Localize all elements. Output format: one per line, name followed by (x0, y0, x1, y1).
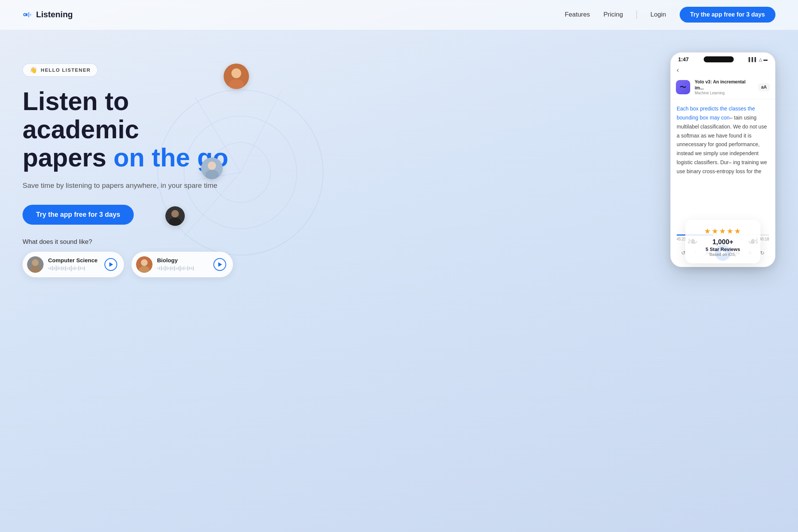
paper-category: Machine Learning (695, 91, 754, 95)
navbar: Listening Features Pricing Login Try the… (0, 0, 798, 30)
laurel-left-icon: ❧ (687, 234, 698, 249)
battery-icon: ▬ (763, 57, 768, 62)
audio-info-bio: Biology (157, 257, 209, 272)
nav-links: Features Pricing Login Try the app free … (565, 7, 775, 23)
waveform-bar (78, 266, 79, 271)
reviews-card: ❧ ❧ ★★★★★ 1,000+ 5 Star Reviews Based on… (685, 220, 760, 263)
hero-cta-button[interactable]: Try the app free for 3 days (23, 205, 134, 225)
waveform-bar (80, 267, 81, 270)
phone-content: Each box predicts the classes the boundi… (671, 99, 775, 234)
waveform-bar (82, 267, 83, 269)
waveform-bar (61, 266, 62, 271)
audio-title-bio: Biology (157, 257, 209, 263)
waveform-bar (63, 267, 64, 270)
waveform-bar (48, 268, 49, 269)
font-size-button[interactable]: aA (758, 83, 770, 91)
waveform-bar (52, 266, 53, 271)
waveform-bar (185, 268, 186, 269)
avatar-bio (136, 256, 153, 273)
float-avatar-2 (201, 157, 223, 179)
float-avatar-3 (165, 206, 185, 226)
phone-status-icons: ▌▌▌ △ ▬ (749, 57, 768, 62)
svg-point-6 (32, 259, 39, 266)
nav-features[interactable]: Features (565, 11, 590, 18)
audio-card-bio: Biology (131, 252, 233, 277)
nav-pricing[interactable]: Pricing (603, 11, 623, 18)
star-rating: ★★★★★ (696, 227, 750, 236)
nav-login[interactable]: Login (650, 11, 666, 18)
avatar-cs (27, 256, 44, 273)
hello-emoji: 👋 (30, 66, 38, 74)
svg-rect-4 (30, 14, 31, 16)
waveform-bar (178, 267, 179, 270)
waveform-bar (174, 266, 175, 271)
phone-back-button[interactable]: ‹ (671, 65, 775, 76)
svg-point-19 (231, 68, 241, 78)
waveform-bar (56, 266, 57, 271)
logo-icon (23, 9, 33, 20)
paper-icon: 〜 (676, 80, 690, 94)
svg-line-17 (240, 90, 282, 172)
waveform-bar (73, 267, 74, 270)
waveform-bar (187, 266, 188, 271)
waveform-bar (161, 266, 162, 271)
wifi-icon: △ (759, 57, 762, 62)
waveform-bar (57, 266, 59, 270)
waveform-bar (168, 267, 169, 269)
waveform-bar (54, 267, 55, 270)
waveform-bar (65, 266, 66, 271)
waveform-bar (159, 267, 160, 270)
waveform-bar (180, 266, 181, 271)
float-avatar-1 (224, 63, 249, 89)
phone-content-rest: tain using multilabel classification. We… (677, 115, 767, 174)
hero-heading: Listen to academic papers on the go (23, 87, 233, 171)
waveform-bar (163, 267, 164, 270)
svg-point-23 (205, 170, 219, 179)
sound-label: What does it sound like? (23, 238, 233, 246)
svg-rect-2 (26, 13, 27, 16)
waveform-bar (166, 266, 168, 270)
time-elapsed: 45:23 (677, 237, 686, 241)
waveform-bar (172, 267, 173, 270)
laurel-right-icon: ❧ (748, 234, 759, 249)
hello-text: HELLO LISTENER (41, 67, 91, 73)
play-icon-cs (109, 262, 113, 267)
paper-wave-icon: 〜 (680, 83, 686, 92)
hero-section: 👋 HELLO LISTENER Listen to academic pape… (0, 30, 798, 323)
waveform-cs (48, 265, 100, 272)
phone-status-bar: 1:47 ▌▌▌ △ ▬ (671, 53, 775, 65)
logo[interactable]: Listening (23, 9, 73, 20)
waveform-bar (71, 266, 72, 271)
svg-point-25 (171, 210, 179, 218)
reviews-count: 1,000+ (696, 238, 750, 246)
phone-time: 1:47 (678, 56, 689, 62)
waveform-bar (69, 267, 70, 270)
nav-cta-button[interactable]: Try the app free for 3 days (680, 7, 775, 23)
waveform-bar (176, 268, 177, 269)
play-button-bio[interactable] (213, 258, 226, 271)
phone-notch (704, 56, 734, 62)
waveform-bar (50, 267, 51, 270)
play-button-cs[interactable] (104, 258, 117, 271)
waveform-bio (157, 265, 209, 272)
svg-rect-3 (28, 12, 29, 17)
phone-content-dash: – (730, 115, 733, 121)
waveform-bar (76, 268, 77, 269)
svg-point-22 (208, 162, 216, 170)
paper-title-phone: Yolo v3: An incremental im... (695, 79, 754, 91)
waveform-bar (183, 266, 184, 270)
audio-title-cs: Computer Science (48, 257, 100, 263)
signal-icon: ▌▌▌ (749, 57, 757, 62)
waveform-bar (157, 268, 158, 269)
waveform-bar (165, 266, 166, 271)
hello-badge: 👋 HELLO LISTENER (23, 63, 98, 77)
brand-name: Listening (36, 10, 73, 20)
waveform-bar (191, 267, 192, 269)
phone-paper-header: 〜 Yolo v3: An incremental im... Machine … (671, 76, 775, 99)
audio-info-cs: Computer Science (48, 257, 100, 272)
svg-point-9 (141, 259, 148, 266)
phone-mockup-container: 1:47 ▌▌▌ △ ▬ ‹ 〜 Yolo v3: An incremental… (670, 52, 775, 267)
waveform-bar (84, 266, 85, 271)
paper-meta: Yolo v3: An incremental im... Machine Le… (695, 79, 754, 95)
reviews-label: 5 Star Reviews (696, 246, 750, 252)
